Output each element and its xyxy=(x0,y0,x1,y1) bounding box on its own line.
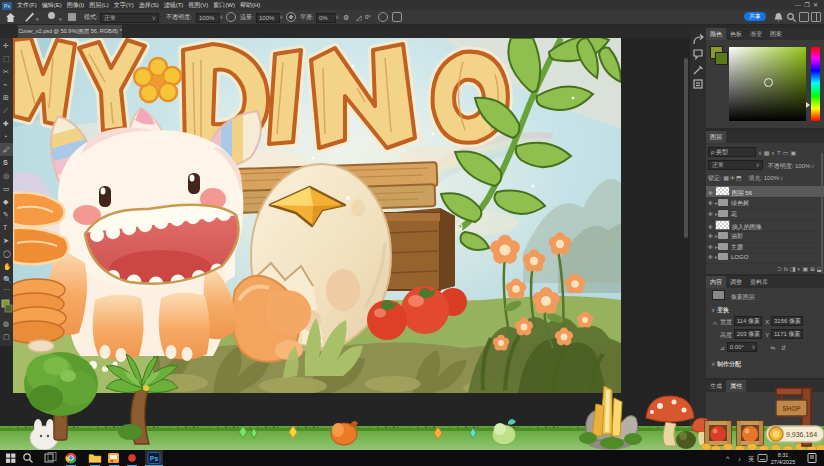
svg-text:➤: ➤ xyxy=(3,237,9,244)
svg-text:✎: ✎ xyxy=(3,211,9,218)
svg-text:◔: ◔ xyxy=(3,133,7,140)
svg-text:Ps: Ps xyxy=(150,455,159,462)
svg-text:♪: ♪ xyxy=(738,456,741,462)
svg-text:8:31: 8:31 xyxy=(778,452,789,458)
svg-text:◆: ◆ xyxy=(3,198,9,205)
svg-text:⟋: ⟋ xyxy=(3,107,8,114)
svg-text:✋: ✋ xyxy=(3,262,12,271)
svg-text:𝐒: 𝐒 xyxy=(3,159,8,166)
svg-text:SHOP: SHOP xyxy=(782,405,801,412)
svg-text:⊞: ⊞ xyxy=(3,94,9,101)
svg-text:英: 英 xyxy=(748,455,755,463)
svg-text:✚: ✚ xyxy=(3,120,9,127)
svg-text:◍: ◍ xyxy=(3,320,9,327)
svg-text:🔍: 🔍 xyxy=(3,275,12,284)
svg-text:✂: ✂ xyxy=(3,68,9,75)
svg-text:⋯: ⋯ xyxy=(3,286,10,293)
svg-text:✛: ✛ xyxy=(3,42,9,49)
svg-text:🖊: 🖊 xyxy=(3,146,10,153)
svg-text:⌁: ⌁ xyxy=(3,81,7,88)
svg-text:◯: ◯ xyxy=(3,250,11,258)
svg-text:▭: ▭ xyxy=(3,185,10,192)
svg-text:◎: ◎ xyxy=(3,172,9,179)
svg-text:27/4/2025: 27/4/2025 xyxy=(771,459,795,465)
svg-text:T: T xyxy=(3,224,8,231)
svg-text:⬚: ⬚ xyxy=(3,55,10,62)
svg-text:9,936,164: 9,936,164 xyxy=(786,431,817,438)
svg-text:▢: ▢ xyxy=(3,333,10,340)
